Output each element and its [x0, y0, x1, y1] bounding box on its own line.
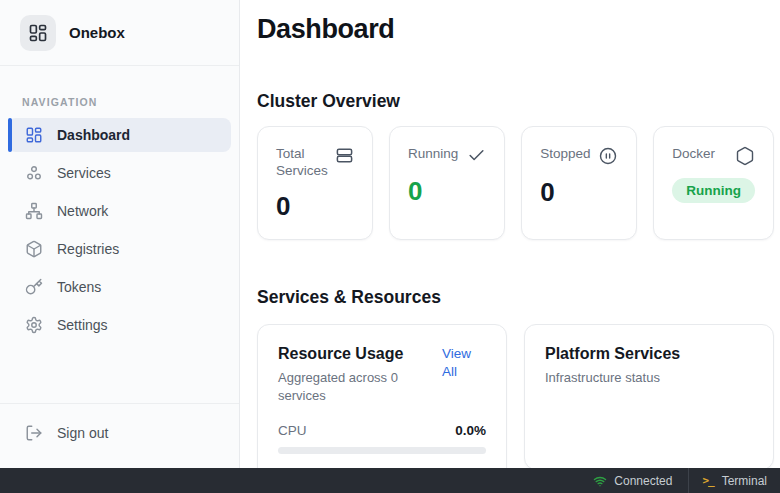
layout-dashboard-icon	[25, 126, 43, 144]
package-icon	[25, 240, 43, 258]
stat-label: Running	[408, 145, 458, 162]
sidebar-nav: Dashboard Services Network	[0, 118, 239, 346]
gear-icon	[25, 316, 43, 334]
sidebar-item-registries[interactable]: Registries	[8, 232, 231, 266]
resource-usage-title: Resource Usage	[278, 345, 442, 363]
server-icon	[335, 146, 354, 165]
sidebar-item-settings[interactable]: Settings	[8, 308, 231, 342]
sidebar: Onebox NAVIGATION Dashboard	[0, 0, 240, 468]
status-badge: Running	[672, 178, 755, 203]
connection-status: Connected	[577, 468, 688, 493]
stat-label: Docker	[672, 145, 715, 162]
sidebar-item-label: Settings	[57, 317, 108, 333]
sidebar-item-label: Services	[57, 165, 111, 181]
check-icon	[467, 146, 486, 165]
stat-card-docker: Docker Running	[653, 126, 774, 240]
terminal-button[interactable]: >_ Terminal	[689, 468, 780, 493]
sidebar-item-services[interactable]: Services	[8, 156, 231, 190]
stat-value: 0	[408, 176, 486, 207]
stat-card-total-services: Total Services 0	[257, 126, 373, 240]
stat-label: Stopped	[540, 145, 590, 162]
cpu-value: 0.0%	[455, 423, 486, 438]
sign-out-button[interactable]: Sign out	[8, 416, 231, 450]
cpu-progress-bar	[278, 447, 486, 454]
stat-value: 0	[540, 177, 618, 208]
brand: Onebox	[0, 0, 239, 66]
sign-out-label: Sign out	[57, 425, 108, 441]
stat-card-stopped: Stopped 0	[521, 126, 637, 240]
sidebar-item-label: Network	[57, 203, 108, 219]
cpu-metric-row: CPU 0.0%	[278, 423, 486, 438]
view-all-link[interactable]: View All	[442, 345, 486, 380]
stats-grid: Total Services 0 Running	[257, 126, 774, 240]
sidebar-item-network[interactable]: Network	[8, 194, 231, 228]
brand-name: Onebox	[69, 24, 125, 41]
cpu-label: CPU	[278, 423, 307, 438]
terminal-icon: >_	[702, 474, 713, 487]
services-cluster-icon	[25, 164, 43, 182]
pause-circle-icon	[598, 146, 618, 166]
platform-services-title: Platform Services	[545, 345, 753, 363]
page-title: Dashboard	[257, 14, 774, 45]
wifi-icon	[593, 474, 607, 488]
sidebar-footer: Sign out	[0, 403, 239, 468]
app-window: Onebox NAVIGATION Dashboard	[0, 0, 780, 468]
stat-card-running: Running 0	[389, 126, 505, 240]
sidebar-item-dashboard[interactable]: Dashboard	[8, 118, 231, 152]
stat-label: Total Services	[276, 145, 335, 180]
network-icon	[25, 202, 43, 220]
section-services-resources: Services & Resources	[257, 287, 774, 308]
section-cluster-overview: Cluster Overview	[257, 91, 774, 112]
connection-label: Connected	[614, 474, 672, 488]
terminal-label: Terminal	[722, 474, 767, 488]
statusbar: Connected >_ Terminal	[0, 468, 780, 493]
hexagon-icon	[735, 146, 755, 166]
nav-section-label: NAVIGATION	[22, 96, 217, 108]
sidebar-item-label: Registries	[57, 241, 119, 257]
platform-services-card: Platform Services Infrastructure status	[524, 324, 774, 470]
sidebar-item-label: Tokens	[57, 279, 101, 295]
main-content: Dashboard Cluster Overview Total Service…	[240, 0, 780, 468]
sidebar-item-tokens[interactable]: Tokens	[8, 270, 231, 304]
key-icon	[25, 278, 43, 296]
stat-value: 0	[276, 191, 354, 222]
sidebar-item-label: Dashboard	[57, 127, 130, 143]
onebox-logo-icon[interactable]	[20, 15, 56, 51]
logout-icon	[25, 424, 43, 442]
platform-services-subtitle: Infrastructure status	[545, 369, 720, 387]
resource-usage-subtitle: Aggregated across 0 services	[278, 369, 442, 404]
